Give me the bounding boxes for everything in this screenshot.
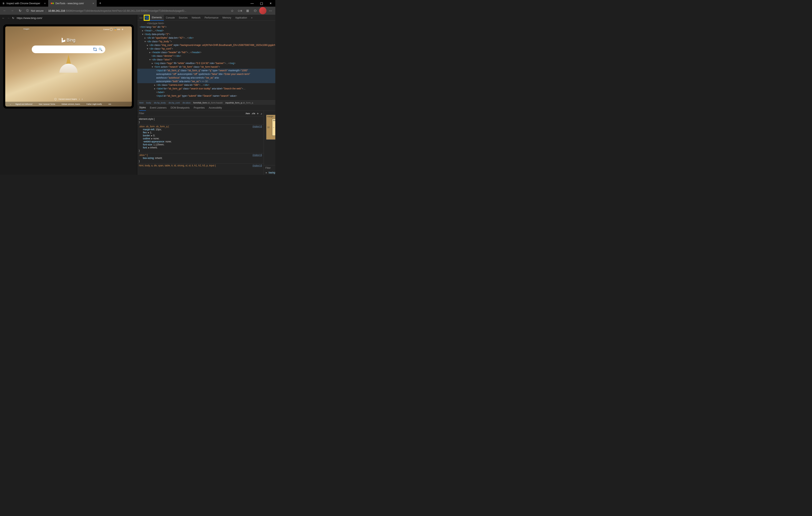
cls-toggle-button[interactable]: .cls	[252, 112, 255, 115]
profile-avatar[interactable]	[259, 7, 266, 14]
sc-reload-button[interactable]: ↻	[12, 17, 14, 20]
browser-tab-2[interactable]: DevTools - www.bing.com/ ×	[48, 0, 97, 7]
resize-corner-icon[interactable]: ◢	[260, 112, 262, 115]
back-button[interactable]: ←	[1, 7, 8, 14]
tab-application[interactable]: Application	[233, 15, 249, 21]
tab-elements[interactable]: Elements	[150, 15, 164, 21]
devtools-panel: ▭ Elements Console Sources Network Perfo…	[137, 15, 275, 175]
forward-button[interactable]: →	[9, 7, 16, 14]
tab-accessibility[interactable]: Accessibility	[209, 105, 222, 111]
tab-title: DevTools - www.bing.com/	[55, 2, 84, 5]
styles-tabs: Styles Event Listeners DOM Breakpoints P…	[137, 105, 275, 111]
cast-icon	[145, 17, 148, 19]
screencast-panel: ← → ↻ https://www.bing.com/ Images Conno…	[0, 15, 137, 175]
tab-dom-breakpoints[interactable]: DOM Breakpoints	[171, 105, 190, 111]
tab-memory[interactable]: Memory	[221, 15, 233, 21]
collections-button[interactable]: ⊞	[244, 7, 251, 14]
maximize-button[interactable]: ▢	[257, 0, 266, 7]
breadcrumb[interactable]: htmlbodydiv.hp_bodydiv.hp_contdiv.sbox f…	[137, 100, 275, 105]
close-window-button[interactable]: ×	[266, 0, 275, 7]
bing-rewards: 🏅895	[114, 28, 120, 30]
close-icon[interactable]: ×	[92, 2, 94, 5]
favorite-button[interactable]: ☆	[229, 7, 236, 14]
security-label: Not secure	[31, 9, 44, 12]
site-info-icon[interactable]: ⓘ	[26, 9, 29, 12]
minimize-button[interactable]: —	[248, 0, 257, 7]
reload-button[interactable]: ↻	[17, 7, 23, 14]
tab-network[interactable]: Network	[190, 15, 203, 21]
tab-event-listeners[interactable]: Event Listeners	[150, 105, 167, 111]
person-icon[interactable]: ⚇	[252, 7, 259, 14]
chevron-right-icon: ›	[82, 98, 83, 100]
stupa-image	[59, 55, 78, 73]
styles-pane[interactable]: Filter :hov .cls + ◢ element.style { } (…	[137, 111, 264, 175]
new-tab-button[interactable]: +	[97, 1, 104, 5]
titlebar: 🗎 Inspect with Chrome Developer × DevToo…	[0, 0, 275, 7]
source-link[interactable]: (index):6	[253, 164, 262, 167]
pin-icon	[54, 98, 57, 100]
box-model[interactable]: margin ––10– border –––– padding –––– 49…	[264, 111, 275, 165]
computed-filter-input[interactable]: Filter	[265, 166, 271, 170]
chevron-left-icon: ‹	[79, 98, 80, 100]
menu-icon	[125, 28, 128, 30]
source-link[interactable]: (index):6	[253, 154, 262, 157]
tab-title: Inspect with Chrome Developer	[6, 2, 40, 5]
tab-performance[interactable]: Performance	[203, 15, 221, 21]
favorites-button[interactable]: ☆≡	[236, 7, 243, 14]
url-field[interactable]: ⓘ Not secure | 10.68.241.216:50080/msedg…	[24, 8, 228, 14]
search-icon: 🔍	[98, 48, 103, 51]
bing-footer: ⌄ Signed and delivered New 'caravan' for…	[5, 102, 132, 107]
sc-forward-button[interactable]: →	[7, 17, 10, 20]
new-style-rule-button[interactable]: +	[257, 112, 259, 115]
menu-button[interactable]: ⋯	[267, 7, 274, 14]
inspect-element-button[interactable]: ▭	[138, 15, 144, 21]
toggle-screencast-button[interactable]	[144, 15, 150, 21]
dom-tree[interactable]: <!doctype html> <html lang="en" dir="ltr…	[137, 21, 275, 100]
tab-sources[interactable]: Sources	[177, 15, 190, 21]
page-preview[interactable]: Images Connor 🏅895 ⚙ Bing 🔍	[5, 26, 132, 107]
sc-url[interactable]: https://www.bing.com/	[17, 17, 135, 20]
tab-console[interactable]: Console	[164, 15, 177, 21]
bing-gear-icon: ⚙	[122, 28, 123, 30]
device-frame: Images Connor 🏅895 ⚙ Bing 🔍	[3, 24, 134, 109]
devtools-tabs: ▭ Elements Console Sources Network Perfo…	[137, 15, 275, 21]
sc-back-button[interactable]: ←	[2, 17, 5, 20]
edge-icon	[51, 3, 54, 4]
styles-filter-input[interactable]: Filter	[139, 112, 244, 115]
bing-logo: Bing	[62, 37, 76, 43]
bing-user: Connor	[103, 28, 113, 31]
bing-images-link: Images	[23, 28, 29, 30]
carousel: Harvest season begins ‹ ›	[54, 98, 83, 100]
address-bar: ← → ↻ ⓘ Not secure | 10.68.241.216:50080…	[0, 7, 275, 15]
computed-pane: margin ––10– border –––– padding –––– 49…	[264, 111, 275, 175]
page-icon: 🗎	[2, 2, 5, 5]
tab-properties[interactable]: Properties	[194, 105, 205, 111]
close-icon[interactable]: ×	[44, 2, 46, 5]
tab-styles[interactable]: Styles	[139, 105, 146, 111]
hov-toggle-button[interactable]: :hov	[245, 112, 250, 115]
camera-icon	[94, 48, 96, 51]
computed-property[interactable]: ▸ background-color	[264, 171, 275, 175]
source-link[interactable]: (index):6	[253, 125, 262, 128]
chevron-down-icon: ⌄	[9, 103, 12, 105]
tab-more[interactable]: »	[249, 15, 255, 21]
url-text: 10.68.241.216:50080/msedge/7164/devtools…	[48, 9, 186, 12]
screencast-toolbar: ← → ↻ https://www.bing.com/	[0, 15, 137, 21]
browser-tab-1[interactable]: 🗎 Inspect with Chrome Developer ×	[0, 0, 48, 7]
bing-searchbox: 🔍	[32, 45, 106, 53]
